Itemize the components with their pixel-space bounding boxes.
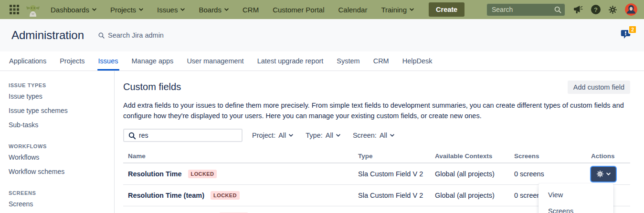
nav-item-dashboards[interactable]: Dashboards — [51, 6, 96, 14]
sidebar-section-screens: SCREENS Screens — [9, 189, 114, 211]
tab-issues[interactable]: Issues — [98, 51, 118, 71]
top-navbar: Dashboards Projects Issues Boards CRM Cu… — [0, 0, 644, 19]
site-logo-yoda-icon[interactable] — [26, 2, 40, 17]
column-header-type: Type — [358, 152, 435, 160]
chevron-down-icon — [92, 8, 96, 11]
filter-screen-dropdown[interactable]: Screen: All — [353, 132, 394, 139]
nav-item-label: Boards — [199, 6, 222, 14]
nav-item-projects[interactable]: Projects — [110, 6, 143, 14]
notification-count-badge: 2 — [628, 25, 637, 34]
sidebar-item-workflow-schemes[interactable]: Workflow schemes — [9, 164, 114, 179]
filter-value: All — [380, 132, 387, 139]
nav-item-issues[interactable]: Issues — [157, 6, 185, 14]
filter-value: All — [278, 132, 286, 139]
field-contexts-cell: Global (all projects) — [435, 170, 514, 178]
nav-item-crm[interactable]: CRM — [243, 6, 259, 14]
sidebar-item-screens[interactable]: Screens — [9, 197, 114, 211]
search-icon — [128, 132, 136, 140]
admin-tabbar: Applications Projects Issues Manage apps… — [0, 51, 644, 71]
nav-item-label: Projects — [110, 6, 136, 14]
user-avatar[interactable] — [625, 3, 637, 16]
custom-field-search — [123, 129, 243, 142]
table-header-row: Name Type Available Contexts Screens Act… — [123, 150, 630, 163]
sidebar-item-issue-type-schemes[interactable]: Issue type schemes — [9, 103, 114, 118]
menu-item-screens[interactable]: Screens — [538, 203, 613, 213]
chevron-down-icon — [606, 172, 611, 175]
main-heading-row: Custom fields Add custom field — [123, 81, 630, 93]
help-icon[interactable]: ? — [591, 5, 601, 14]
nav-item-label: Training — [381, 6, 407, 14]
chevron-down-icon — [289, 134, 293, 137]
admin-header: Administration Search Jira admin 2 — [0, 19, 644, 51]
chevron-down-icon — [336, 134, 340, 137]
tab-projects[interactable]: Projects — [60, 51, 84, 71]
column-header-screens: Screens — [514, 152, 591, 160]
page-title: Administration — [11, 29, 84, 42]
admin-search-label: Search Jira admin — [108, 31, 164, 39]
nav-item-boards[interactable]: Boards — [199, 6, 229, 14]
sidebar-section-workflows: WORKFLOWS Workflows Workflow schemes — [9, 142, 114, 179]
filter-project-dropdown[interactable]: Project: All — [252, 132, 293, 139]
chevron-down-icon — [390, 134, 394, 137]
actions-dropdown-menu: View Screens — [538, 183, 613, 213]
app-switcher-icon[interactable] — [10, 5, 19, 14]
filter-label: Screen: — [353, 132, 377, 139]
settings-gear-icon[interactable] — [609, 6, 617, 14]
sidebar-item-sub-tasks[interactable]: Sub-tasks — [9, 118, 114, 132]
menu-item-view[interactable]: View — [538, 187, 613, 203]
announcement-megaphone-icon[interactable] — [573, 5, 583, 14]
admin-search-button[interactable]: Search Jira admin — [98, 31, 164, 39]
field-name: Resolution Time (team) — [128, 192, 204, 199]
field-actions-cell — [591, 167, 630, 182]
nav-item-customer-portal[interactable]: Customer Portal — [273, 6, 324, 14]
nav-item-label: Customer Portal — [273, 6, 324, 14]
nav-item-calendar[interactable]: Calendar — [338, 6, 368, 14]
tab-user-management[interactable]: User management — [187, 51, 243, 71]
tab-helpdesk[interactable]: HelpDesk — [402, 51, 433, 71]
gear-icon — [597, 171, 603, 177]
locked-badge: LOCKED — [211, 191, 240, 200]
nav-item-label: Issues — [157, 6, 178, 14]
field-type-cell: Sla Custom Field V 2 — [358, 192, 435, 199]
filter-label: Project: — [252, 132, 275, 139]
column-header-contexts: Available Contexts — [435, 152, 514, 160]
add-custom-field-button[interactable]: Add custom field — [568, 81, 630, 94]
tab-crm[interactable]: CRM — [373, 51, 389, 71]
nav-item-label: CRM — [243, 6, 259, 14]
search-icon — [554, 6, 561, 13]
column-header-name: Name — [123, 152, 358, 160]
sidebar-section-title: WORKFLOWS — [9, 142, 114, 150]
create-button[interactable]: Create — [429, 2, 465, 17]
field-screens-cell: 0 screens — [514, 170, 591, 178]
row-actions-gear-button[interactable] — [591, 167, 616, 182]
sidebar-section-title: ISSUE TYPES — [9, 81, 114, 89]
filter-value: All — [326, 132, 333, 139]
chevron-down-icon — [180, 8, 185, 11]
nav-item-training[interactable]: Training — [381, 6, 414, 14]
sidebar: ISSUE TYPES Issue types Issue type schem… — [0, 71, 115, 213]
tab-latest-upgrade-report[interactable]: Latest upgrade report — [257, 51, 324, 71]
search-icon — [98, 32, 105, 39]
global-search — [486, 3, 565, 16]
sidebar-item-workflows[interactable]: Workflows — [9, 150, 114, 164]
nav-item-label: Calendar — [338, 6, 368, 14]
field-contexts-cell: Global (all projects) — [435, 192, 514, 199]
tab-applications[interactable]: Applications — [9, 51, 46, 71]
global-search-input[interactable] — [486, 3, 565, 16]
tab-manage-apps[interactable]: Manage apps — [132, 51, 174, 71]
notifications-button[interactable]: 2 — [620, 29, 633, 42]
section-title: Custom fields — [123, 81, 181, 92]
navbar-right-cluster: ? — [486, 3, 637, 16]
field-name: Resolution Time — [128, 170, 182, 178]
sidebar-section-issue-types: ISSUE TYPES Issue types Issue type schem… — [9, 81, 114, 132]
sidebar-item-issue-types[interactable]: Issue types — [9, 89, 114, 103]
filter-type-dropdown[interactable]: Type: All — [306, 132, 340, 139]
filter-row: Project: All Type: All Screen: All — [123, 129, 630, 142]
field-type-cell: Sla Custom Field V 2 — [358, 170, 435, 178]
chevron-down-icon — [224, 8, 229, 11]
chevron-down-icon — [139, 8, 143, 11]
tab-system[interactable]: System — [337, 51, 359, 71]
custom-field-search-input[interactable] — [124, 130, 242, 141]
section-description: Add extra fields to your issues to defin… — [123, 100, 630, 121]
filter-label: Type: — [306, 132, 322, 139]
